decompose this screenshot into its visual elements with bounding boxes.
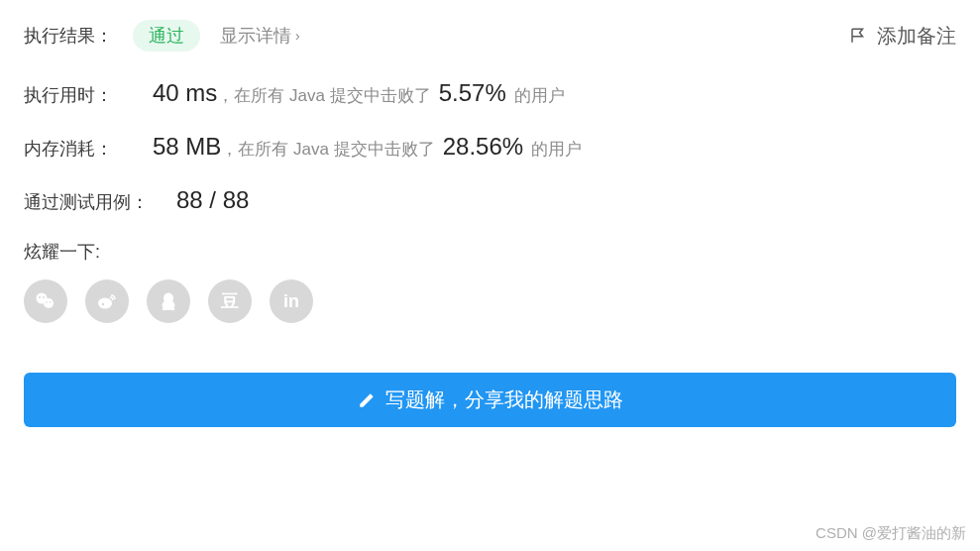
qq-share-button[interactable] [147, 279, 190, 323]
chevron-right-icon: › [295, 28, 300, 44]
memory-row: 内存消耗： 58 MB ，在所有 Java 提交中击败了 28.56% 的用户 [24, 133, 956, 161]
show-details-link[interactable]: 显示详情 › [220, 24, 300, 48]
svg-point-6 [98, 298, 112, 309]
runtime-prefix: ，在所有 Java 提交中击败了 [217, 84, 430, 107]
share-label: 炫耀一下: [24, 240, 956, 264]
add-note-button[interactable]: 添加备注 [849, 23, 956, 50]
qq-icon [157, 289, 180, 313]
runtime-value: 40 ms [153, 79, 217, 107]
show-details-text: 显示详情 [220, 24, 291, 48]
memory-value: 58 MB [153, 133, 221, 161]
svg-point-5 [50, 301, 52, 303]
svg-point-10 [163, 308, 167, 310]
runtime-percent: 5.57% [439, 79, 506, 107]
linkedin-share-button[interactable]: in [270, 279, 313, 323]
testcases-value: 88 / 88 [176, 186, 249, 214]
status-badge: 通过 [133, 20, 200, 52]
result-header: 执行结果： 通过 显示详情 › 添加备注 [24, 20, 956, 52]
svg-point-11 [170, 308, 175, 310]
svg-point-4 [46, 301, 48, 303]
runtime-row: 执行用时： 40 ms ，在所有 Java 提交中击败了 5.57% 的用户 [24, 79, 956, 107]
pencil-icon [358, 391, 376, 409]
douban-share-button[interactable]: 豆 [208, 279, 252, 323]
memory-label: 内存消耗： [24, 137, 125, 161]
weibo-icon [95, 289, 119, 313]
result-label: 执行结果： [24, 24, 113, 48]
watermark: CSDN @爱打酱油的新 [816, 524, 966, 543]
flag-icon [849, 27, 867, 45]
svg-point-3 [43, 296, 45, 298]
testcases-row: 通过测试用例： 88 / 88 [24, 186, 956, 214]
share-icons-group: 豆 in [24, 279, 956, 323]
douban-icon: 豆 [221, 289, 239, 313]
memory-percent: 28.56% [443, 133, 523, 161]
runtime-suffix: 的用户 [514, 84, 565, 107]
runtime-label: 执行用时： [24, 83, 125, 107]
weibo-share-button[interactable] [85, 279, 129, 323]
svg-point-1 [44, 298, 54, 308]
memory-prefix: ，在所有 Java 提交中击败了 [221, 138, 434, 161]
write-solution-button[interactable]: 写题解，分享我的解题思路 [24, 373, 956, 427]
result-left-group: 执行结果： 通过 显示详情 › [24, 20, 300, 52]
wechat-icon [34, 289, 57, 313]
wechat-share-button[interactable] [24, 279, 67, 323]
testcases-label: 通过测试用例： [24, 190, 149, 214]
svg-point-2 [39, 296, 41, 298]
add-note-text: 添加备注 [877, 23, 956, 50]
cta-label: 写题解，分享我的解题思路 [385, 386, 623, 413]
memory-suffix: 的用户 [531, 138, 582, 161]
svg-point-7 [102, 303, 104, 305]
linkedin-icon: in [283, 291, 299, 312]
